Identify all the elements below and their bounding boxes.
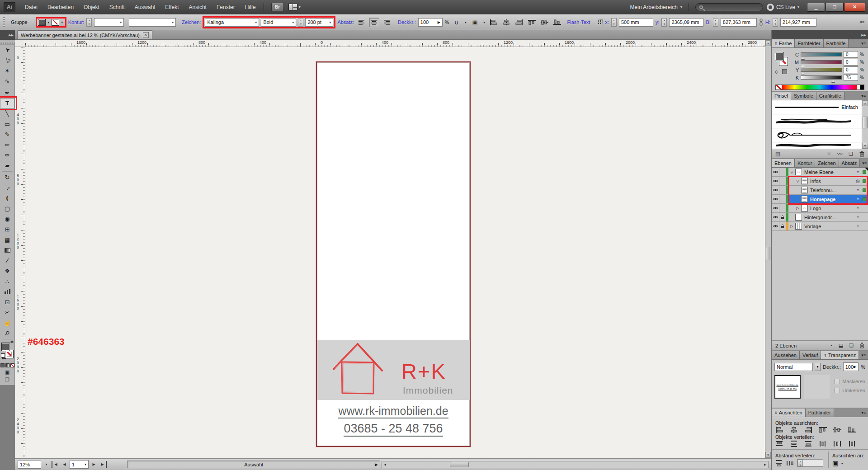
zoom-tool[interactable]: ⚲ <box>0 328 14 338</box>
vertical-spacing-button[interactable] <box>775 460 783 466</box>
align-v-center-button[interactable] <box>833 427 841 433</box>
gradient-tool[interactable] <box>0 245 14 255</box>
layer-thumbnail[interactable] <box>795 214 802 221</box>
magic-wand-tool[interactable]: ✶ <box>0 66 14 76</box>
hand-tool[interactable]: ☝ <box>0 318 14 328</box>
visibility-eye-icon[interactable] <box>772 222 779 230</box>
layer-row-infos[interactable]: ▽Infos◎ <box>772 177 868 186</box>
workspace-switcher[interactable]: Mein Arbeitsbereich▾ <box>630 4 682 10</box>
expand-triangle-icon[interactable]: ▽ <box>795 179 800 183</box>
checkbox-icon[interactable] <box>835 388 840 393</box>
menu-bearbeiten[interactable]: Bearbeiten <box>42 0 79 14</box>
brush-item-charcoal[interactable] <box>772 114 862 128</box>
align-top-button[interactable] <box>527 18 537 27</box>
distribute-left-button[interactable] <box>819 441 827 447</box>
fill-color-swatch[interactable] <box>38 19 46 26</box>
menu-hilfe[interactable]: Hilfe <box>240 0 261 14</box>
minimize-button[interactable]: ▁ <box>807 3 825 12</box>
tab-aussehen[interactable]: Aussehen <box>772 351 800 359</box>
stroke-weight-label[interactable]: Kontur: <box>68 19 84 25</box>
horizontal-scrollbar[interactable]: ◀ ▶ <box>382 461 769 468</box>
vertical-scroll-thumb[interactable] <box>766 247 770 260</box>
umkehren-checkbox[interactable]: Umkehren <box>835 388 865 393</box>
scroll-down-icon[interactable]: ▼ <box>862 143 868 149</box>
remove-brush-stroke-icon[interactable]: ✕ <box>827 151 831 157</box>
opacity-label[interactable]: Deckkr.: <box>398 19 416 25</box>
default-fill-stroke-icon[interactable] <box>1 353 5 357</box>
expand-triangle-icon[interactable]: ▷ <box>795 206 800 210</box>
rectangle-tool[interactable]: ▭ <box>0 119 14 129</box>
chevron-down-icon[interactable]: ▾ <box>60 20 64 24</box>
new-sublayer-icon[interactable]: ⬓ <box>839 343 843 348</box>
color-spectrum-bar[interactable] <box>775 85 864 90</box>
slider-handle[interactable] <box>831 80 835 82</box>
panel-menu-icon[interactable]: ▾≡ <box>859 409 868 417</box>
menu-objekt[interactable]: Objekt <box>79 0 104 14</box>
visibility-eye-icon[interactable] <box>772 168 779 176</box>
menu-effekt[interactable]: Effekt <box>160 0 184 14</box>
tab-symbole[interactable]: Symbole <box>791 92 816 100</box>
target-circle-icon[interactable]: ◎ <box>855 179 861 183</box>
vertical-scrollbar[interactable]: ▲ ▼ <box>765 40 771 458</box>
link-dimensions-icon[interactable] <box>759 19 763 26</box>
magenta-slider[interactable] <box>801 60 842 64</box>
layer-thumbnail[interactable]: ⌂ <box>801 205 808 212</box>
symbol-sprayer-tool[interactable]: ∴ <box>0 276 14 287</box>
x-field[interactable]: 500 mm <box>619 18 653 27</box>
visibility-eye-icon[interactable] <box>772 204 779 212</box>
layer-name[interactable]: Meine Ebene <box>804 169 854 175</box>
layer-row-telefonnummer[interactable]: Telefonnu...○ <box>772 186 868 195</box>
fill-swatch[interactable] <box>1 343 10 351</box>
delete-brush-icon[interactable] <box>859 151 864 157</box>
status-mode-field[interactable]: Auswahl▶ <box>127 461 380 468</box>
visibility-eye-icon[interactable] <box>772 213 779 221</box>
screen-mode-button[interactable]: ❐ <box>0 376 14 384</box>
scroll-up-icon[interactable]: ▲ <box>765 40 771 46</box>
layer-name[interactable]: Logo <box>810 206 854 211</box>
cyan-slider[interactable] <box>801 52 842 56</box>
visibility-eye-icon[interactable] <box>772 186 779 194</box>
layer-name[interactable]: Infos <box>810 179 854 184</box>
scroll-left-icon[interactable]: ◀ <box>382 461 388 468</box>
lock-cell[interactable] <box>779 177 786 185</box>
paragraph-panel-label[interactable]: Absatz: <box>337 19 354 25</box>
perspective-grid-tool[interactable]: ⊞ <box>0 224 14 235</box>
reference-point-locator[interactable] <box>597 19 603 25</box>
panel-menu-icon[interactable]: ▾≡ <box>859 39 868 47</box>
expand-triangle-icon[interactable]: ▽ <box>789 170 794 174</box>
align-h-center-button[interactable] <box>790 427 798 433</box>
height-field[interactable]: 214,927 mm <box>780 18 816 27</box>
align-text-right-button[interactable] <box>382 18 392 27</box>
scroll-up-icon[interactable]: ▲ <box>862 100 868 106</box>
lock-cell[interactable] <box>779 195 786 203</box>
chevron-down-icon[interactable]: ▾ <box>482 20 486 24</box>
grip-handle[interactable] <box>3 17 5 27</box>
character-panel-label[interactable]: Zeichen: <box>182 19 201 25</box>
align-bottom-button[interactable] <box>552 18 562 27</box>
brush-item-basic[interactable]: Einfach <box>772 100 862 114</box>
new-layer-icon[interactable]: ❏ <box>849 343 854 348</box>
x-stepper[interactable]: ▲▼ <box>611 18 617 27</box>
color-button[interactable] <box>0 363 5 367</box>
stroke-weight-stepper[interactable]: ▲▼ <box>86 18 92 27</box>
scroll-thumb[interactable] <box>863 117 868 128</box>
target-circle-icon[interactable]: ○ <box>855 197 861 202</box>
y-stepper[interactable]: ▲▼ <box>661 18 667 27</box>
layer-row-vorlage[interactable]: ▷Vorlage○ <box>772 222 868 231</box>
selection-tool[interactable]: ➤ <box>0 45 14 55</box>
width-stepper[interactable]: ▲▼ <box>713 18 718 27</box>
align-top-button[interactable] <box>819 427 827 433</box>
panel-menu-icon[interactable]: ▾≡ <box>860 159 868 167</box>
font-size-dropdown[interactable]: 208 pt▾ <box>305 18 333 27</box>
align-left-button[interactable] <box>489 18 499 27</box>
menu-datei[interactable]: Datei <box>20 0 42 14</box>
tab-grafikstile[interactable]: Grafikstile <box>816 92 844 100</box>
y-label[interactable]: y: <box>656 19 660 25</box>
last-artboard-button[interactable]: ▶ <box>99 461 107 468</box>
direct-selection-tool[interactable]: ▷ <box>0 55 14 66</box>
scroll-right-icon[interactable]: ▶ <box>762 461 768 468</box>
flash-text-label[interactable]: Flash-Text <box>567 19 590 25</box>
slice-tool[interactable]: ✂ <box>0 307 14 318</box>
align-middle-button[interactable] <box>539 18 550 27</box>
layer-row-meine-ebene[interactable]: ▽⌂Meine Ebene○ <box>772 168 868 177</box>
